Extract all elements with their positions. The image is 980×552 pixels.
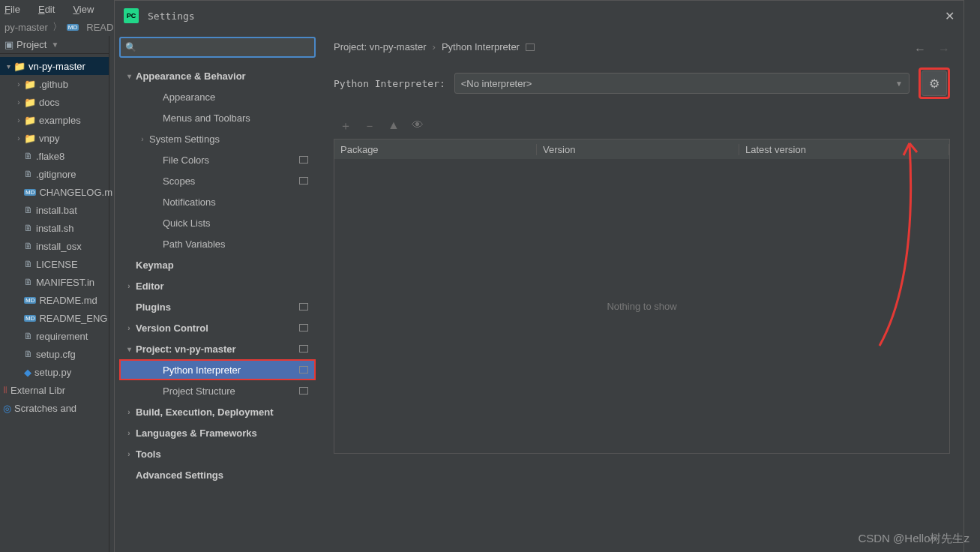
tree-file[interactable]: 🗎install.bat xyxy=(0,201,109,219)
watermark: CSDN @Hello树先生z xyxy=(858,532,970,546)
tree-file[interactable]: MDREADME_ENG xyxy=(0,309,109,327)
settings-item[interactable]: ▾Project: vn-py-master xyxy=(119,338,316,359)
gear-highlight: ⚙ xyxy=(919,68,950,99)
tree-file[interactable]: ◆setup.py xyxy=(0,363,109,381)
project-label: Project xyxy=(16,39,46,50)
menu-view[interactable]: View xyxy=(73,4,103,15)
tree-file[interactable]: MDREADME.md xyxy=(0,291,109,309)
chevron-down-icon: ▼ xyxy=(895,80,903,88)
project-tree[interactable]: ▾📁vn-py-master ›📁.github ›📁docs ›📁exampl… xyxy=(0,54,109,417)
package-table: Package Version Latest version Nothing t… xyxy=(334,139,950,454)
upgrade-icon[interactable]: ▲ xyxy=(388,118,400,134)
project-tool-window: ▣ Project ▼ ▾📁vn-py-master ›📁.github ›📁d… xyxy=(0,36,109,552)
settings-item[interactable]: ›Tools xyxy=(119,443,316,464)
md-icon: MD xyxy=(67,24,79,31)
table-body-empty: Nothing to show xyxy=(334,159,949,453)
remove-icon[interactable]: － xyxy=(364,118,376,134)
tree-folder[interactable]: ›📁examples xyxy=(0,111,109,129)
settings-dialog: PC Settings ✕ 🔍 ▾Appearance & BehaviorAp… xyxy=(114,0,964,552)
col-version[interactable]: Version xyxy=(537,144,739,155)
settings-item[interactable]: Plugins xyxy=(119,296,316,317)
project-header[interactable]: ▣ Project ▼ xyxy=(0,36,109,54)
chevron-down-icon: ▼ xyxy=(51,40,58,49)
dialog-title: Settings xyxy=(148,10,195,22)
folder-icon: ▣ xyxy=(4,39,13,50)
settings-item[interactable]: Notifications xyxy=(119,191,316,212)
eye-icon[interactable]: 👁 xyxy=(412,118,424,134)
tree-file[interactable]: 🗎requirement xyxy=(0,327,109,345)
col-package[interactable]: Package xyxy=(334,144,537,155)
tree-file[interactable]: 🗎MANIFEST.in xyxy=(0,273,109,291)
crumb-page: Python Interpreter xyxy=(442,41,520,52)
settings-item[interactable]: Scopes xyxy=(119,170,316,191)
tree-file[interactable]: MDCHANGELOG.m xyxy=(0,183,109,201)
settings-item[interactable]: Project Structure xyxy=(119,380,316,401)
settings-item[interactable]: ›Build, Execution, Deployment xyxy=(119,401,316,422)
settings-item[interactable]: Menus and Toolbars xyxy=(119,107,316,128)
tree-folder[interactable]: ›📁vnpy xyxy=(0,129,109,147)
tree-folder[interactable]: ›📁docs xyxy=(0,93,109,111)
tree-file[interactable]: 🗎.gitignore xyxy=(0,165,109,183)
interpreter-select[interactable]: <No interpreter> ▼ xyxy=(454,73,910,94)
settings-item[interactable]: Quick Lists xyxy=(119,212,316,233)
crumb-segment[interactable]: py-master xyxy=(4,22,48,33)
settings-item[interactable]: Keymap xyxy=(119,254,316,275)
back-icon[interactable]: ← xyxy=(914,43,926,56)
tree-folder[interactable]: ›📁.github xyxy=(0,75,109,93)
settings-item[interactable]: Appearance xyxy=(119,86,316,107)
pycharm-icon: PC xyxy=(124,8,139,23)
forward-icon[interactable]: → xyxy=(938,43,950,56)
empty-text: Nothing to show xyxy=(607,301,676,312)
settings-item[interactable]: ▾Appearance & Behavior xyxy=(119,65,316,86)
crumb-segment[interactable]: READ xyxy=(86,22,113,33)
settings-sidebar: 🔍 ▾Appearance & BehaviorAppearanceMenus … xyxy=(115,31,320,552)
menu-file[interactable]: File xyxy=(4,4,29,15)
scratches[interactable]: ◎Scratches and xyxy=(0,399,109,417)
gear-icon: ⚙ xyxy=(929,76,940,91)
settings-breadcrumb: Project: vn-py-master › Python Interpret… xyxy=(334,41,950,52)
dialog-titlebar: PC Settings ✕ xyxy=(115,1,964,31)
search-field[interactable]: 🔍 xyxy=(119,37,316,58)
search-input[interactable] xyxy=(141,42,310,53)
search-icon: 🔍 xyxy=(125,42,136,52)
settings-item[interactable]: ›Version Control xyxy=(119,317,316,338)
interpreter-value: <No interpreter> xyxy=(461,78,532,89)
settings-item[interactable]: Python Interpreter xyxy=(119,359,316,380)
tree-file[interactable]: 🗎setup.cfg xyxy=(0,345,109,363)
settings-item[interactable]: Advanced Settings xyxy=(119,464,316,485)
table-header: Package Version Latest version xyxy=(334,140,949,159)
gear-button[interactable]: ⚙ xyxy=(922,70,947,96)
settings-content: ← → Project: vn-py-master › Python Inter… xyxy=(320,31,964,552)
external-libraries[interactable]: ⫴External Libr xyxy=(0,381,109,399)
crumb-project[interactable]: Project: vn-py-master xyxy=(334,41,427,52)
add-icon[interactable]: ＋ xyxy=(340,118,352,134)
tree-file[interactable]: 🗎install_osx xyxy=(0,237,109,255)
tree-file[interactable]: 🗎.flake8 xyxy=(0,147,109,165)
settings-item[interactable]: ›Editor xyxy=(119,275,316,296)
package-toolbar: ＋ － ▲ 👁 xyxy=(334,114,950,139)
settings-item[interactable]: ›Languages & Frameworks xyxy=(119,422,316,443)
col-latest[interactable]: Latest version xyxy=(739,144,949,155)
tree-file[interactable]: 🗎LICENSE xyxy=(0,255,109,273)
menu-edit[interactable]: Edit xyxy=(38,4,64,15)
interpreter-label: Python Interpreter: xyxy=(334,78,445,89)
tree-root[interactable]: ▾📁vn-py-master xyxy=(0,57,109,75)
settings-item[interactable]: ›System Settings xyxy=(119,128,316,149)
settings-item[interactable]: Path Variables xyxy=(119,233,316,254)
tree-file[interactable]: 🗎install.sh xyxy=(0,219,109,237)
settings-item[interactable]: File Colors xyxy=(119,149,316,170)
close-icon[interactable]: ✕ xyxy=(945,9,955,23)
